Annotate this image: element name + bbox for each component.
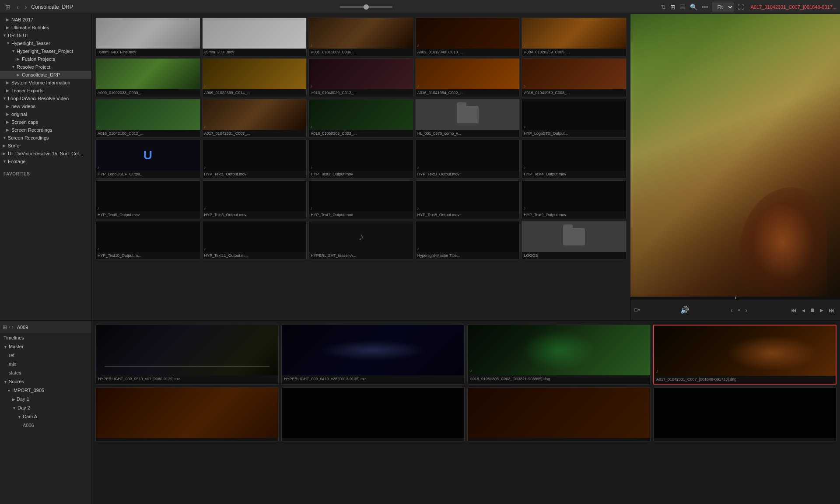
sidebar-item-resolve-project[interactable]: ▼ Resolve Project — [0, 63, 91, 71]
next-dot-btn[interactable]: › — [744, 306, 749, 315]
sidebar-item-ultimate-bubbles[interactable]: ▶ Ultimatte Bubbles — [0, 24, 91, 32]
panel-icon[interactable]: ⊞ — [3, 324, 7, 330]
forward-icon[interactable]: › — [23, 3, 29, 11]
bottom-left-panel: ⊞ ‹ › A009 Timelines ▼ Master ref mix sl… — [0, 321, 92, 504]
media-thumb-hyp-text6[interactable]: ♪ HYP_Text6_Output.mov — [202, 180, 307, 219]
media-thumb-a016-c012[interactable]: ♪ A016_01042100_C012_... — [95, 99, 200, 138]
stop-btn[interactable]: ■ — [808, 305, 816, 315]
back-frame-btn[interactable]: ◂ — [800, 306, 807, 315]
media-thumb-hyp-text7[interactable]: ♪ HYP_Text7_Output.mov — [308, 180, 413, 219]
volume-icon[interactable]: 🔊 — [680, 306, 689, 314]
skip-fwd-btn[interactable]: ⏭ — [827, 306, 836, 315]
clip-thumb-extra4[interactable] — [653, 387, 836, 442]
media-thumb-a001[interactable]: ♪ A001_01011809_C006_... — [308, 18, 413, 56]
clip-filename: A017_01042331_C007_[001648-001713].dng — [654, 376, 836, 384]
sidebar-item-footage[interactable]: ▼ Footage — [0, 158, 91, 165]
clip-thumb-hyperlight410[interactable]: HYPERLIGHT_000_0410_v28.[0013-0135].exr — [281, 325, 465, 385]
media-thumb-a017[interactable]: ♪ A017_01042331_C007_... — [202, 99, 307, 138]
sidebar-item-screen-recordings-1[interactable]: ▶ Screen Recordings — [0, 126, 91, 134]
grid-view-icon[interactable]: ⊞ — [669, 3, 676, 11]
media-thumb-hyperlight-teaser-a[interactable]: ♪ HYPERLIGHT_teaser-A... — [308, 221, 413, 260]
grid-icon[interactable]: ⊞ — [4, 3, 12, 11]
clip-thumb-a018[interactable]: ♪ A018_01050305_C003_[003821-003895].dng — [467, 325, 651, 385]
media-thumb-a016-c003[interactable]: ♪ A016_01041959_C003_... — [522, 58, 626, 97]
media-thumb-a016-c002[interactable]: ♪ A016_01041954_C002_... — [415, 58, 520, 97]
clip-thumb-hyperlight510[interactable]: HYPERLIGHT_000_0510_v07.[0080-0129].exr — [95, 325, 279, 385]
sidebar-item-surfer[interactable]: ▶ Surfer — [0, 142, 91, 150]
media-thumb-hyp-text3[interactable]: ♪ HYP_Text3_Output.mov — [415, 140, 520, 178]
media-thumb-hyp-text2[interactable]: ♪ HYP_Text2_Output.mov — [308, 140, 413, 178]
back-arrow[interactable]: ‹ — [9, 325, 10, 329]
sidebar-item-original[interactable]: ▶ original — [0, 110, 91, 118]
skip-back-btn[interactable]: ⏮ — [789, 306, 798, 315]
bin-tree-import0905[interactable]: ▼ IMPORT_0905 — [0, 386, 91, 395]
sidebar-item-nab2017[interactable]: ▶ NAB 2017 — [0, 16, 91, 24]
search-icon[interactable]: 🔍 — [689, 3, 698, 11]
media-thumb-hyp-text10[interactable]: ♪ HYP_Text10_Output.m... — [95, 221, 200, 260]
media-thumb-a009-c014[interactable]: ♪ A009_01022339_C014_... — [202, 58, 307, 97]
clip-thumb-extra1[interactable] — [95, 387, 279, 442]
media-filename: LOGOS — [522, 252, 626, 259]
sort-icon[interactable]: ⇅ — [660, 3, 667, 11]
sidebar-item-ui-davinci[interactable]: ▶ UI_DaVinci Resolve 15_Surf_Col... — [0, 150, 91, 158]
clip-thumb-extra3[interactable] — [467, 387, 651, 442]
prev-dot-btn[interactable]: ‹ — [729, 306, 735, 315]
media-thumb-35mm64d[interactable]: 35mm_64D_Fine.mov — [95, 18, 200, 56]
media-thumb-a018[interactable]: ♪ A018_01050305_C003_... — [308, 99, 413, 138]
clip-thumb-extra2[interactable] — [281, 387, 465, 442]
sidebar-item-system-volume[interactable]: ▶ System Volume Information — [0, 79, 91, 87]
media-thumb-35mm200t[interactable]: 35mm_200T.mov — [202, 18, 307, 56]
sidebar-item-loop-davinci[interactable]: ▼ Loop DaVinci Resolve Video — [0, 94, 91, 102]
media-thumb-a002[interactable]: ♪ A002_01012048_C010_... — [415, 18, 520, 56]
sidebar-label-original: original — [11, 112, 89, 117]
sidebar-item-hyperlight-project[interactable]: ▼ Hyperlight_Teaser_Project — [0, 47, 91, 55]
bin-tree-master[interactable]: ▼ Master — [0, 342, 91, 351]
bin-tree-soures[interactable]: ▼ Soures — [0, 377, 91, 386]
media-thumb-hyp-logo-usef[interactable]: U ♪ HYP_LogoUSEF_Outpu... — [95, 140, 200, 178]
more-icon[interactable]: ••• — [701, 3, 709, 11]
media-thumb-hyp-text11[interactable]: ♪ HYP_Text11_Output.m... — [202, 221, 307, 260]
list-view-icon[interactable]: ☰ — [679, 3, 686, 11]
bin-tree-cama[interactable]: ▼ Cam A — [0, 412, 91, 421]
fwd-arrow[interactable]: › — [12, 325, 13, 329]
bin-tree-day2[interactable]: ▼ Day 2 — [0, 403, 91, 412]
media-thumb-hyp-text4[interactable]: ♪ HYP_Text4_Output.mov — [522, 140, 626, 178]
bin-tree-a006[interactable]: A006 — [0, 421, 91, 430]
sidebar-item-hyperlight-teaser[interactable]: ▼ Hyperlight_Teaser — [0, 39, 91, 47]
media-thumb-hl001[interactable]: HL_001_0570_comp_v... — [415, 99, 520, 138]
preview-image — [630, 14, 840, 297]
preview-monitor-icon[interactable]: ⊡▾ — [634, 307, 640, 313]
bin-tree-day1[interactable]: ▶ Day 1 — [0, 395, 91, 403]
media-thumb-hyp-text9[interactable]: ♪ HYP_Text9_Output.mov — [522, 180, 626, 219]
media-thumb-a004[interactable]: ♪ A004_01020259_C005_... — [522, 18, 626, 56]
bin-tree-mix[interactable]: mix — [0, 360, 91, 368]
sidebar-item-screen-recordings-2[interactable]: ▼ Screen Recordings — [0, 134, 91, 142]
media-thumb-hyp-text5[interactable]: ♪ HYP_Text5_Output.mov — [95, 180, 200, 219]
media-thumb-hyp-text1[interactable]: ♪ HYP_Text1_Output.mov — [202, 140, 307, 178]
preview-scrubber-bar[interactable] — [630, 297, 840, 299]
media-thumb-a013[interactable]: ♪ A013_01040029_C012_... — [308, 58, 413, 97]
sidebar-item-teaser-exports[interactable]: ▶ Teaser Exports — [0, 87, 91, 94]
sidebar-item-consolidate-drp[interactable]: ▶ Consolidate_DRP — [0, 71, 91, 79]
bin-tree-timelines[interactable]: Timelines — [0, 333, 91, 342]
sidebar-item-dr15ui[interactable]: ▼ DR 15 UI — [0, 32, 91, 39]
bin-tree-ref[interactable]: ref — [0, 351, 91, 360]
back-icon[interactable]: ‹ — [15, 3, 21, 11]
arrow-consolidate: ▶ — [17, 73, 22, 77]
bin-tree-slates[interactable]: slates — [0, 368, 91, 377]
play-btn[interactable]: ▸ — [818, 305, 825, 315]
media-thumb-hyperlight-master-title[interactable]: ♪ Hyperlight-Master Title... — [415, 221, 520, 260]
sidebar-label-consolidate: Consolidate_DRP — [22, 72, 89, 77]
zoom-slider[interactable] — [340, 6, 392, 8]
clip-thumb-a017-selected[interactable]: ♪ A017_01042331_C007_[001648-001713].dng — [653, 325, 836, 385]
sidebar-item-fusion-projects[interactable]: ▶ Fusion Projects — [0, 55, 91, 63]
media-thumb-hyp-text8[interactable]: ♪ HYP_Text8_Output.mov — [415, 180, 520, 219]
arrow-sysvolume: ▶ — [6, 80, 11, 85]
media-thumb-logos[interactable]: LOGOS — [522, 221, 626, 260]
media-thumb-hyp-logo-sts[interactable]: ♪ HYP_LogoSTS_Output... — [522, 99, 626, 138]
sidebar-item-screen-caps[interactable]: ▶ Screen caps — [0, 118, 91, 126]
sidebar-item-new-videos[interactable]: ▶ new videos — [0, 102, 91, 110]
fullscreen-icon[interactable]: ⛶ — [737, 3, 745, 11]
fit-dropdown[interactable]: Fit — [712, 3, 734, 11]
media-thumb-a009-c003[interactable]: ♪ A009_01022033_C003_... — [95, 58, 200, 97]
